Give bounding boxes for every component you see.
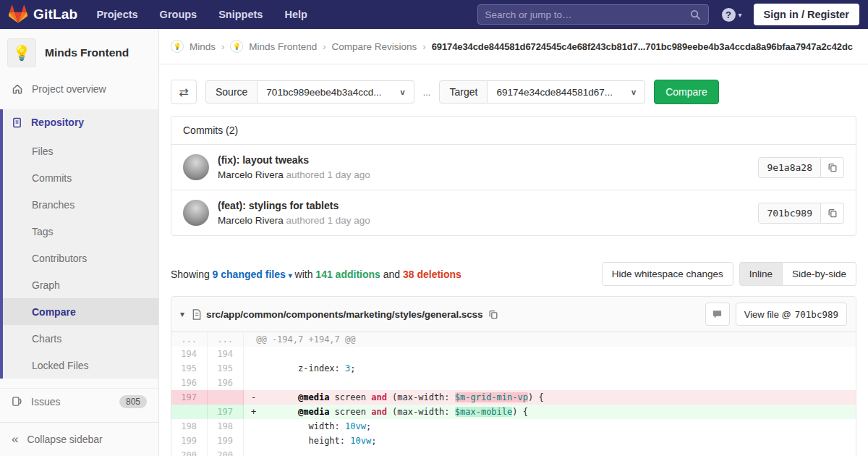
commit-row: (fix): layout tweaks Marcelo Rivera auth… — [171, 144, 856, 190]
target-ref-group: Target 69174e34cde844581d67... v — [439, 80, 645, 104]
target-ref-dropdown[interactable]: 69174e34cde844581d67... v — [488, 80, 645, 104]
diff-line: 200200 — [171, 448, 856, 456]
group-avatar: 💡 — [171, 40, 184, 53]
breadcrumb-group[interactable]: Minds — [190, 41, 216, 52]
diff-old-line-number[interactable]: 197 — [171, 390, 208, 405]
breadcrumb-project[interactable]: Minds Frontend — [249, 41, 317, 52]
diff-old-line-number[interactable]: 198 — [171, 419, 208, 434]
diff-new-line-number[interactable] — [208, 390, 244, 405]
collapse-file-caret-icon[interactable]: ▾ — [180, 309, 184, 319]
file-text-icon — [192, 309, 202, 320]
sidebar-item-issues[interactable]: Issues 805 — [0, 388, 158, 414]
breadcrumb-separator: › — [422, 41, 425, 52]
commit-author-avatar[interactable] — [183, 200, 209, 226]
code-token: 10vw — [345, 421, 366, 431]
diff-code-line — [244, 347, 856, 361]
swap-revisions-button[interactable]: ⇄ — [171, 80, 197, 104]
diff-file-path[interactable]: src/app/common/components/marketing/styl… — [206, 309, 482, 320]
sidebar-item-branches[interactable]: Branches — [3, 191, 158, 218]
diff-old-line-number[interactable]: 200 — [171, 448, 208, 456]
copy-sha-button[interactable] — [821, 203, 844, 224]
copy-path-button[interactable] — [488, 309, 498, 319]
code-token: @media — [298, 407, 329, 417]
diff-old-line-number[interactable]: ... — [171, 332, 208, 347]
sidebar-item-contributors[interactable]: Contributors — [3, 245, 158, 271]
view-file-sha: 701bc989 — [795, 309, 838, 320]
target-ref-value: 69174e34cde844581d67... — [496, 87, 613, 98]
diff-new-line-number[interactable]: 199 — [208, 434, 244, 448]
commit-authored-ago: authored 1 day ago — [284, 215, 370, 226]
diff-code-line: height: 10vw; — [244, 434, 856, 448]
project-header[interactable]: 💡 Minds Frontend — [0, 29, 158, 67]
sidebar-item-project-overview[interactable]: Project overview — [0, 76, 158, 102]
commit-author-link[interactable]: Marcelo Rivera — [218, 169, 284, 180]
side-by-side-view-button[interactable]: Side-by-side — [783, 262, 856, 286]
sidebar-item-locked-files[interactable]: Locked Files — [3, 352, 158, 379]
target-label: Target — [439, 80, 488, 104]
diff-old-line-number[interactable]: 196 — [171, 376, 208, 390]
source-ref-dropdown[interactable]: 701bc989eebe4b3a4ccd... v — [258, 80, 414, 104]
diff-view-actions: Hide whitespace changes Inline Side-by-s… — [602, 262, 856, 286]
diff-new-line-number[interactable]: 198 — [208, 419, 244, 434]
diff-old-line-number[interactable]: 195 — [171, 361, 208, 376]
sidebar-item-tags[interactable]: Tags — [3, 218, 158, 245]
diff-old-line-number[interactable]: 194 — [171, 347, 208, 361]
sidebar-item-files[interactable]: Files — [3, 138, 158, 164]
showing-label: Showing — [171, 269, 213, 280]
diff-new-line-number[interactable]: 200 — [208, 448, 244, 456]
changed-files-dropdown[interactable]: 9 changed files ▾ — [213, 269, 292, 280]
commit-sha[interactable]: 701bc989 — [758, 203, 821, 224]
view-file-button[interactable]: View file @ 701bc989 — [736, 303, 847, 326]
menu-help[interactable]: Help — [284, 9, 307, 20]
diff-file-actions: View file @ 701bc989 — [705, 303, 847, 326]
sidebar-item-repository[interactable]: Repository — [3, 109, 158, 135]
diff-new-line-number[interactable]: 195 — [208, 361, 244, 376]
sidebar-item-commits[interactable]: Commits — [3, 164, 158, 191]
inline-view-button[interactable]: Inline — [739, 262, 783, 286]
diff-line: 198198 width: 10vw; — [171, 419, 856, 434]
sidebar-item-charts[interactable]: Charts — [3, 325, 158, 352]
additions-count: 141 additions — [315, 269, 380, 280]
help-dropdown[interactable]: ? ▾ — [722, 8, 742, 22]
diff-line: 196196 — [171, 376, 856, 390]
range-dots: ... — [423, 87, 431, 98]
sidebar-item-compare[interactable]: Compare — [3, 298, 158, 325]
sign-in-register-button[interactable]: Sign in / Register — [754, 4, 859, 25]
commit-sha[interactable]: 9e1a8a28 — [758, 157, 821, 178]
diff-old-line-number[interactable] — [171, 405, 208, 419]
search-input[interactable] — [485, 9, 690, 20]
breadcrumb-compare-revisions[interactable]: Compare Revisions — [332, 41, 417, 52]
copy-sha-button[interactable] — [821, 157, 844, 178]
menu-groups[interactable]: Groups — [160, 9, 197, 20]
diff-new-line-number[interactable]: ... — [208, 332, 244, 347]
toggle-comments-button[interactable] — [705, 303, 730, 326]
diff-new-line-number[interactable]: 196 — [208, 376, 244, 390]
changed-files-summary: Showing 9 changed files ▾ with 141 addit… — [171, 269, 461, 280]
collapse-sidebar-button[interactable]: « Collapse sidebar — [0, 422, 158, 456]
gitlab-brand[interactable]: GitLab — [9, 5, 77, 24]
compare-button[interactable]: Compare — [654, 80, 719, 104]
diff-code-line: width: 10vw; — [244, 419, 856, 434]
code-token: z-index: — [251, 363, 345, 373]
hide-whitespace-button[interactable]: Hide whitespace changes — [602, 262, 733, 286]
chevron-down-icon: v — [401, 88, 405, 96]
menu-snippets[interactable]: Snippets — [218, 9, 263, 20]
main-menu: Projects Groups Snippets Help — [96, 9, 307, 20]
diff-new-line-number[interactable]: 197 — [208, 405, 244, 419]
with-label: with — [292, 269, 316, 280]
menu-projects[interactable]: Projects — [96, 9, 137, 20]
commit-authored-ago: authored 1 day ago — [284, 169, 370, 180]
sidebar-item-graph[interactable]: Graph — [3, 271, 158, 298]
commit-author-link[interactable]: Marcelo Rivera — [218, 215, 284, 226]
breadcrumb-separator: › — [221, 41, 224, 52]
global-search[interactable] — [477, 4, 709, 25]
commit-title-link[interactable]: (fix): layout tweaks — [218, 154, 370, 166]
commit-author-avatar[interactable] — [183, 154, 209, 180]
commit-title-link[interactable]: (feat): stylings for tablets — [218, 200, 370, 211]
diff-old-line-number[interactable]: 199 — [171, 434, 208, 448]
home-icon — [12, 83, 23, 95]
code-token: width: — [251, 421, 345, 431]
diff-code-line — [244, 376, 856, 390]
brand-name: GitLab — [33, 7, 77, 22]
diff-new-line-number[interactable]: 194 — [208, 347, 244, 361]
